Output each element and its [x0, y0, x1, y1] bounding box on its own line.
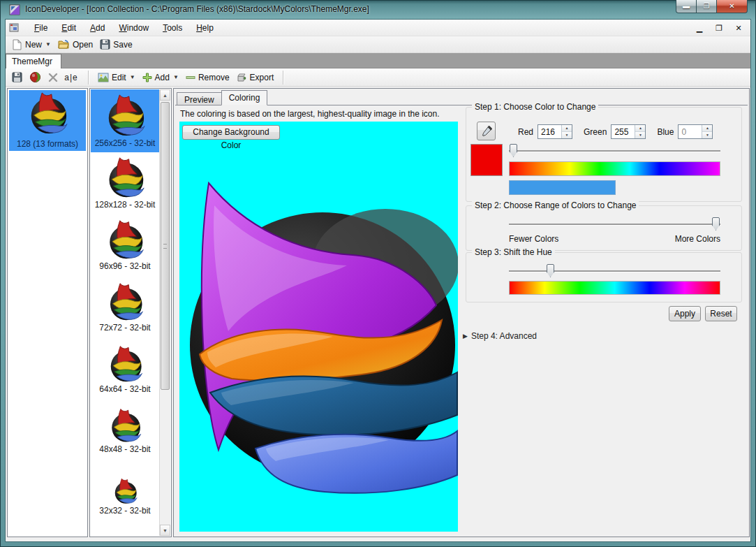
step1-title: Step 1: Choose Color to Change — [472, 102, 598, 112]
reset-button[interactable]: Reset — [705, 306, 737, 321]
step4-title: Step 4: Advanced — [471, 331, 537, 341]
delete-button-disabled[interactable] — [46, 71, 60, 84]
spin-up-icon[interactable]: ▲ — [562, 125, 572, 132]
format-label: 256x256 - 32-bit — [91, 138, 159, 148]
menu-help-rest: elp — [202, 23, 214, 33]
slider-track[interactable] — [509, 270, 720, 272]
open-button[interactable]: Open — [54, 38, 96, 51]
spin-down-icon[interactable]: ▼ — [635, 132, 645, 138]
scrollbar-thumb[interactable] — [161, 102, 170, 390]
range-slider[interactable] — [509, 217, 720, 231]
tab-coloring[interactable]: Coloring — [221, 90, 268, 105]
color-select-slider[interactable] — [509, 144, 720, 158]
close-button[interactable]: ✕ — [716, 0, 748, 13]
menu-add-rest: dd — [96, 23, 105, 33]
blue-spinner[interactable]: ▲▼ — [678, 124, 713, 139]
mdi-restore-button[interactable]: ❐ — [711, 22, 727, 34]
slider-track[interactable] — [509, 150, 720, 152]
collection-toolbar: a|e Edit ▼ Add ▼ Remove Export — [6, 68, 750, 87]
add-dropdown-arrow-icon[interactable]: ▼ — [173, 74, 179, 80]
export-box-icon — [237, 73, 247, 82]
menu-add[interactable]: Add — [83, 21, 112, 35]
spin-down-icon[interactable]: ▼ — [562, 132, 572, 138]
format-item-96[interactable]: 96x96 - 32-bit — [91, 215, 159, 278]
save-button[interactable]: Save — [96, 38, 135, 51]
format-item-72[interactable]: 72x72 - 32-bit — [91, 278, 159, 341]
menu-window-rest: indow — [127, 23, 149, 33]
remove-button-label: Remove — [198, 73, 230, 82]
edit-button[interactable]: Edit ▼ — [94, 71, 139, 84]
format-item-128[interactable]: 128x128 - 32-bit — [91, 152, 159, 215]
slider-thumb[interactable] — [712, 217, 720, 231]
formats-scrollbar[interactable]: ▲ ▼ — [159, 89, 170, 536]
step4-expander[interactable]: ▶ Step 4: Advanced — [463, 331, 537, 341]
edit-dropdown-arrow-icon[interactable]: ▼ — [130, 74, 135, 80]
window-title: IconDeveloper - [Icon Collection - C:\Pr… — [25, 4, 369, 14]
menu-window[interactable]: Window — [112, 21, 156, 35]
maximize-button[interactable]: ❐ — [697, 0, 716, 13]
build-icl-button[interactable] — [28, 71, 42, 84]
slider-track[interactable] — [509, 224, 720, 225]
format-item-32[interactable]: 32x32 - 32-bit — [91, 467, 159, 530]
icon-group-item[interactable]: 128 (13 formats) — [9, 90, 86, 151]
icon-formats-panel: 256x256 - 32-bit 128x128 - 32-bit 96x96 … — [89, 88, 172, 537]
hue-spectrum-bar[interactable] — [509, 161, 720, 176]
toolbar-separator — [283, 71, 283, 85]
menu-file[interactable]: File — [27, 21, 54, 35]
hue-shift-spectrum-bar — [509, 281, 720, 295]
coloring-description: The coloring is based on the largest, hi… — [180, 109, 440, 119]
slider-thumb[interactable] — [547, 264, 554, 277]
change-background-color-button[interactable]: Change Background Color — [182, 125, 280, 140]
green-spinner[interactable]: ▲▼ — [611, 124, 646, 139]
red-spinner[interactable]: ▲▼ — [538, 124, 572, 139]
new-button[interactable]: New ▼ — [8, 38, 54, 52]
export-button[interactable]: Export — [233, 71, 278, 84]
format-label: 96x96 - 32-bit — [91, 261, 159, 271]
menu-tools-rest: ools — [167, 23, 182, 33]
hue-shift-slider[interactable] — [509, 264, 720, 278]
selected-range-bar — [509, 180, 616, 195]
format-item-48[interactable]: 48x48 - 32-bit — [91, 404, 159, 467]
green-input[interactable] — [612, 125, 635, 138]
expander-arrow-icon[interactable]: ▶ — [463, 333, 468, 340]
scroll-down-arrow-icon[interactable]: ▼ — [160, 525, 170, 536]
save-collection-button[interactable] — [10, 71, 24, 84]
menu-edit[interactable]: Edit — [54, 21, 83, 35]
document-tab-thememgr[interactable]: ThemeMgr — [6, 54, 61, 68]
add-button-label: Add — [155, 73, 170, 82]
rename-button[interactable]: a|e — [64, 71, 78, 84]
red-input[interactable] — [538, 125, 561, 138]
menu-tools[interactable]: Tools — [156, 21, 189, 35]
new-dropdown-arrow-icon[interactable]: ▼ — [45, 41, 51, 48]
remove-button[interactable]: Remove — [182, 71, 233, 84]
apply-button[interactable]: Apply — [669, 306, 701, 321]
content-area: 128 (13 formats) 256x256 - 32-bit 128x12… — [6, 87, 750, 541]
mdi-minimize-button[interactable]: ▁ — [692, 22, 707, 34]
format-item-64[interactable]: 64x64 - 32-bit — [91, 341, 159, 404]
mycolors-icon — [105, 282, 144, 321]
tab-preview[interactable]: Preview — [177, 92, 222, 105]
format-list: 256x256 - 32-bit 128x128 - 32-bit 96x96 … — [91, 89, 159, 536]
blue-input[interactable] — [679, 125, 702, 138]
main-toolbar: New ▼ Open Save — [6, 36, 750, 53]
eyedropper-button[interactable] — [477, 122, 496, 140]
mdi-close-button[interactable]: ✕ — [731, 22, 746, 34]
edit-button-label: Edit — [112, 73, 126, 82]
plus-icon — [142, 73, 152, 82]
minimize-button[interactable]: ▬ — [676, 0, 697, 13]
menu-help[interactable]: Help — [189, 21, 221, 35]
step2-title: Step 2: Choose Range of Colors to Change — [472, 200, 639, 210]
slider-thumb[interactable] — [510, 144, 517, 157]
spin-up-icon[interactable]: ▲ — [635, 125, 645, 132]
format-item-256[interactable]: 256x256 - 32-bit — [91, 89, 159, 152]
spin-down-icon[interactable]: ▼ — [702, 132, 712, 138]
spin-up-icon[interactable]: ▲ — [702, 125, 712, 132]
add-button[interactable]: Add ▼ — [139, 71, 182, 84]
eyedropper-icon — [481, 126, 492, 137]
form-icon — [9, 22, 22, 34]
green-label: Green — [584, 127, 607, 137]
export-button-label: Export — [250, 73, 274, 82]
scroll-up-arrow-icon[interactable]: ▲ — [160, 89, 170, 101]
title-bar[interactable]: IconDeveloper - [Icon Collection - C:\Pr… — [0, 0, 756, 20]
color-ball-icon — [29, 71, 41, 83]
